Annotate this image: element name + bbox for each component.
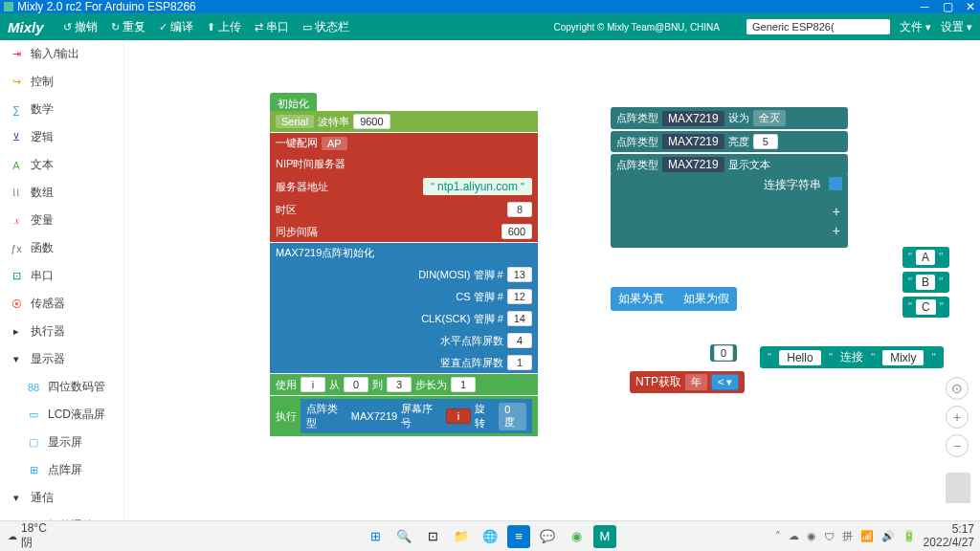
sidebar-item-lcd[interactable]: ▭LCD液晶屏 bbox=[0, 401, 123, 429]
sidebar-item-control[interactable]: ↪控制 bbox=[0, 68, 123, 96]
tz-input[interactable]: 8 bbox=[507, 202, 532, 217]
mutator-icon[interactable] bbox=[829, 177, 842, 190]
from-input[interactable]: 0 bbox=[344, 377, 368, 392]
matrix-brightness-block[interactable]: 点阵类型MAX7219 亮度5 bbox=[611, 131, 848, 152]
edge-icon[interactable]: 🌐 bbox=[479, 525, 501, 548]
sidebar-item-function[interactable]: ƒx函数 bbox=[0, 234, 123, 262]
serial-button[interactable]: ⇄ 串口 bbox=[255, 19, 289, 35]
tray-shield-icon[interactable]: 🛡 bbox=[824, 531, 835, 542]
to-input[interactable]: 3 bbox=[387, 377, 412, 392]
serial-dropdown[interactable]: Serial bbox=[276, 115, 314, 128]
upload-button[interactable]: ⬆ 上传 bbox=[207, 19, 241, 35]
wifi-config-block[interactable]: 一键配网AP bbox=[270, 133, 538, 153]
hello-text[interactable]: Hello bbox=[779, 350, 820, 365]
rotate-dropdown[interactable]: 0度 bbox=[499, 403, 526, 430]
timezone-row[interactable]: 时区8 bbox=[270, 199, 538, 220]
mixly-icon[interactable]: M bbox=[593, 525, 616, 548]
string-a-block[interactable]: "A" bbox=[902, 247, 949, 268]
hcount-row[interactable]: 水平点阵屏数4 bbox=[270, 330, 538, 351]
statusbar-button[interactable]: ▭ 状态栏 bbox=[302, 19, 349, 35]
zoom-in-button[interactable]: + bbox=[946, 406, 969, 429]
settings-menu[interactable]: 设置 ▾ bbox=[941, 19, 972, 35]
mixly-text[interactable]: Mixly bbox=[882, 350, 924, 365]
max-dropdown-1[interactable]: MAX7219 bbox=[662, 111, 724, 126]
clock[interactable]: 5:172022/4/27 bbox=[924, 523, 974, 548]
add-slot-2[interactable]: + bbox=[833, 223, 840, 238]
matrix-rotate-block[interactable]: 点阵类型MAX7219 屏幕序号i 旋转0度 bbox=[301, 399, 532, 433]
number-block[interactable]: 0 bbox=[710, 344, 737, 362]
sidebar-item-display[interactable]: ▾显示器 bbox=[0, 345, 123, 373]
board-select[interactable] bbox=[746, 19, 890, 34]
ntp-unit-dropdown[interactable]: 年 bbox=[685, 374, 707, 390]
brightness-input[interactable]: 5 bbox=[753, 134, 778, 149]
string-b-block[interactable]: "B" bbox=[902, 272, 949, 293]
vcount-input[interactable]: 1 bbox=[507, 355, 532, 370]
tray-ime-icon[interactable]: 拼 bbox=[842, 529, 853, 543]
step-input[interactable]: 1 bbox=[451, 377, 476, 392]
clk-row[interactable]: CLK(SCK) 管脚 #14 bbox=[270, 308, 538, 329]
loop-var[interactable]: i bbox=[301, 377, 325, 392]
din-row[interactable]: DIN(MOSI) 管脚 #13 bbox=[270, 264, 538, 285]
cs-input[interactable]: 12 bbox=[507, 289, 532, 304]
zoom-out-button[interactable]: − bbox=[946, 434, 969, 457]
if-block[interactable]: 如果为真 如果为假 bbox=[611, 287, 737, 311]
trash-icon[interactable] bbox=[946, 473, 970, 503]
compile-button[interactable]: ✓ 编译 bbox=[159, 19, 193, 35]
server-addr-row[interactable]: 服务器地址" ntp1.aliyun.com " bbox=[270, 175, 538, 198]
minimize-button[interactable]: ─ bbox=[919, 0, 930, 13]
canvas[interactable]: 初始化 Serial 波特率 9600 一键配网AP NIP时间服务器 服务器地… bbox=[124, 40, 980, 520]
sidebar-item-serial[interactable]: ⊡串口 bbox=[0, 262, 123, 290]
sidebar-item-math[interactable]: ∑数学 bbox=[0, 96, 123, 123]
wechat-icon[interactable]: 💬 bbox=[536, 525, 559, 548]
server-addr-input[interactable]: " ntp1.aliyun.com " bbox=[423, 178, 532, 195]
tray-wifi-icon[interactable]: 📶 bbox=[860, 530, 874, 542]
sidebar-item-text[interactable]: A文本 bbox=[0, 151, 123, 179]
max-dropdown-3[interactable]: MAX7219 bbox=[662, 157, 724, 172]
ntp-op[interactable]: < ▾ bbox=[711, 374, 739, 390]
sidebar-item-sensor[interactable]: ⦿传感器 bbox=[0, 290, 123, 318]
ntp-get-block[interactable]: NTP获取 年 < ▾ bbox=[630, 371, 745, 393]
maximize-button[interactable]: ▢ bbox=[942, 0, 953, 13]
360-icon[interactable]: ◉ bbox=[565, 525, 588, 548]
max7219-init-block[interactable]: MAX7219点阵初始化 bbox=[270, 243, 538, 263]
tray-up-icon[interactable]: ˄ bbox=[775, 530, 781, 542]
center-button[interactable]: ⊙ bbox=[946, 377, 969, 400]
tray-browser-icon[interactable]: ◉ bbox=[807, 530, 816, 542]
sidebar-item-io[interactable]: ⇥输入/输出 bbox=[0, 40, 123, 68]
join-string-block[interactable]: 连接字符串 + + bbox=[611, 173, 848, 248]
ap-dropdown[interactable]: AP bbox=[322, 137, 347, 150]
screen-var[interactable]: i bbox=[446, 408, 471, 424]
undo-button[interactable]: ↺ 撤销 bbox=[63, 19, 98, 35]
start-button[interactable]: ⊞ bbox=[364, 525, 387, 548]
close-button[interactable]: ✕ bbox=[965, 0, 976, 13]
tray-battery-icon[interactable]: 🔋 bbox=[902, 530, 916, 542]
clk-input[interactable]: 14 bbox=[507, 311, 532, 326]
baud-input[interactable]: 9600 bbox=[353, 114, 390, 129]
taskview-icon[interactable]: ⊡ bbox=[421, 525, 444, 548]
tray-volume-icon[interactable]: 🔊 bbox=[881, 530, 895, 542]
sidebar-item-screen[interactable]: ▢显示屏 bbox=[0, 429, 123, 456]
sidebar-item-variable[interactable]: 𝑥变量 bbox=[0, 207, 123, 234]
alloff-dropdown[interactable]: 全灭 bbox=[753, 110, 786, 126]
tray-cloud-icon[interactable]: ☁ bbox=[789, 530, 799, 542]
string-join-block[interactable]: "Hello" 连接 "Mixly" bbox=[760, 346, 944, 368]
sidebar-item-matrix[interactable]: ⊞点阵屏 bbox=[0, 456, 123, 484]
serial-block[interactable]: Serial 波特率 9600 bbox=[270, 111, 538, 132]
search-icon[interactable]: 🔍 bbox=[392, 525, 415, 548]
matrix-setall-block[interactable]: 点阵类型MAX7219 设为全灭 bbox=[611, 107, 848, 129]
hcount-input[interactable]: 4 bbox=[507, 333, 532, 348]
cs-row[interactable]: CS 管脚 #12 bbox=[270, 286, 538, 307]
sidebar-item-logic[interactable]: ⊻逻辑 bbox=[0, 123, 123, 151]
redo-button[interactable]: ↻ 重复 bbox=[111, 19, 145, 35]
sidebar-item-ir[interactable]: ◎红外通信 bbox=[0, 512, 123, 520]
string-c-block[interactable]: "C" bbox=[902, 297, 949, 318]
matrix-showtext-block[interactable]: 点阵类型MAX7219 显示文本 bbox=[611, 154, 848, 175]
sidebar-item-comm[interactable]: ▾通信 bbox=[0, 484, 123, 512]
vscode-icon[interactable]: ≡ bbox=[507, 525, 530, 548]
sync-row[interactable]: 同步间隔600 bbox=[270, 221, 538, 242]
file-menu[interactable]: 文件 ▾ bbox=[900, 19, 931, 35]
din-input[interactable]: 13 bbox=[507, 267, 532, 282]
sidebar-item-actuator[interactable]: ▸执行器 bbox=[0, 318, 123, 345]
sidebar-item-7seg[interactable]: 88四位数码管 bbox=[0, 373, 123, 401]
for-loop-block[interactable]: 使用i 从0 到3 步长为1 bbox=[270, 374, 538, 395]
